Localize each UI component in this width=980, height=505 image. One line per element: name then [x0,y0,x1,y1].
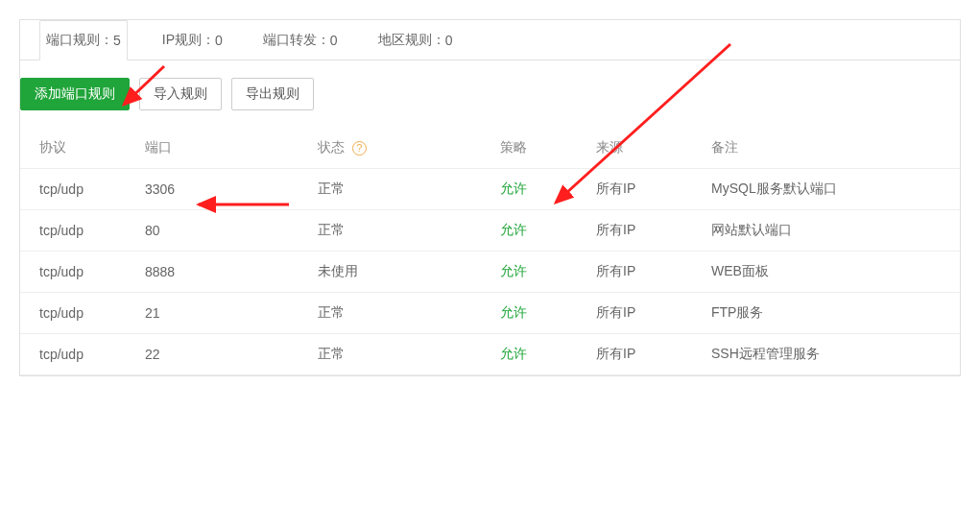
col-note: 备注 [702,128,960,169]
col-policy: 策略 [490,128,586,169]
tab-count: 0 [445,33,453,48]
tab-label: 端口规则 [46,32,100,49]
toolbar: 添加端口规则 导入规则 导出规则 [20,60,960,128]
export-rules-button[interactable]: 导出规则 [231,78,314,110]
cell-protocol: tcp/udp [20,169,135,210]
cell-protocol: tcp/udp [20,334,135,375]
cell-policy: 允许 [490,252,586,293]
cell-port: 21 [135,293,308,334]
col-protocol: 协议 [20,128,135,169]
tab-count: 5 [113,33,121,48]
cell-status: 正常 [308,334,490,375]
cell-policy: 允许 [490,169,586,210]
cell-policy: 允许 [490,293,586,334]
import-rules-button[interactable]: 导入规则 [139,78,222,110]
cell-note: FTP服务 [702,293,960,334]
table-row[interactable]: tcp/udp22正常允许所有IPSSH远程管理服务 [20,334,960,375]
tab-port-forward[interactable]: 端口转发 ： 0 [257,20,344,60]
cell-note: SSH远程管理服务 [702,334,960,375]
tab-label: 端口转发 [263,32,317,49]
cell-status: 正常 [308,293,490,334]
help-icon[interactable]: ? [352,141,367,156]
cell-source: 所有IP [586,334,702,375]
table-row[interactable]: tcp/udp21正常允许所有IPFTP服务 [20,293,960,334]
tab-region-rules[interactable]: 地区规则 ： 0 [372,20,459,60]
cell-protocol: tcp/udp [20,252,135,293]
cell-port: 22 [135,334,308,375]
cell-source: 所有IP [586,169,702,210]
cell-source: 所有IP [586,252,702,293]
add-port-rule-button[interactable]: 添加端口规则 [20,78,130,110]
cell-note: 网站默认端口 [702,210,960,252]
cell-note: WEB面板 [702,252,960,293]
cell-port: 3306 [135,169,308,210]
rule-tabs: 端口规则 ： 5 IP规则 ： 0 端口转发 ： 0 地区规则 ： 0 [20,20,960,60]
col-source: 来源 [586,128,702,169]
cell-status: 正常 [308,210,490,252]
tab-count: 0 [215,33,223,48]
cell-protocol: tcp/udp [20,293,135,334]
cell-protocol: tcp/udp [20,210,135,252]
cell-port: 8888 [135,252,308,293]
cell-source: 所有IP [586,293,702,334]
cell-policy: 允许 [490,210,586,252]
tab-label: 地区规则 [378,32,432,49]
tab-ip-rules[interactable]: IP规则 ： 0 [156,20,228,60]
cell-port: 80 [135,210,308,252]
cell-note: MySQL服务默认端口 [702,169,960,210]
table-row[interactable]: tcp/udp80正常允许所有IP网站默认端口 [20,210,960,252]
cell-source: 所有IP [586,210,702,252]
table-row[interactable]: tcp/udp8888未使用允许所有IPWEB面板 [20,252,960,293]
table-header-row: 协议 端口 状态 ? 策略 来源 备注 [20,128,960,169]
tab-label: IP规则 [162,32,202,49]
cell-policy: 允许 [490,334,586,375]
table-row[interactable]: tcp/udp3306正常允许所有IPMySQL服务默认端口 [20,169,960,210]
col-port: 端口 [135,128,308,169]
tab-port-rules[interactable]: 端口规则 ： 5 [39,20,128,60]
tab-count: 0 [330,33,338,48]
col-status: 状态 ? [308,128,490,169]
cell-status: 未使用 [308,252,490,293]
rules-table: 协议 端口 状态 ? 策略 来源 备注 tcp/udp3306正常允许所有IPM… [20,128,960,375]
content-area: 添加端口规则 导入规则 导出规则 协议 端口 状态 ? 策略 来源 备注 tcp… [20,60,960,375]
firewall-panel: 端口规则 ： 5 IP规则 ： 0 端口转发 ： 0 地区规则 ： 0 添加端口… [19,19,961,376]
cell-status: 正常 [308,169,490,210]
